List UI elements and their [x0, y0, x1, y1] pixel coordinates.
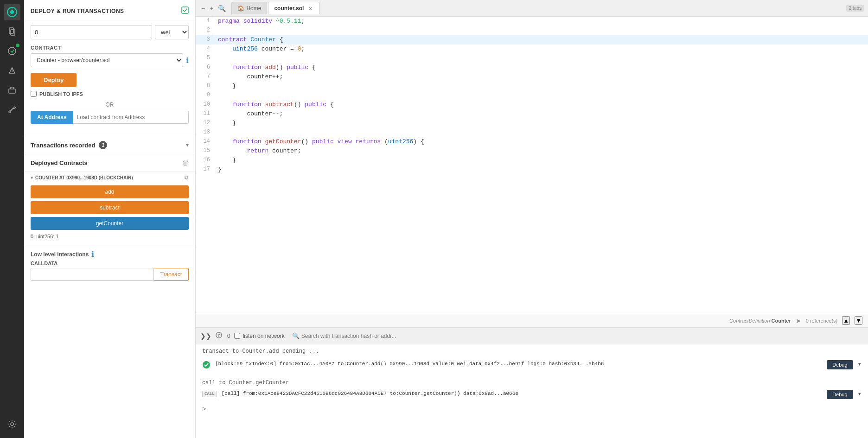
code-editor[interactable]: 1 pragma solidity ^0.5.11; 2 3 contract …	[196, 17, 868, 314]
code-line-6: 6 function add() public {	[196, 63, 868, 72]
contract-address-row: ▾ COUNTER AT 0X990...1908D (BLOCKCHAIN) …	[31, 174, 189, 181]
contract-label: CONTRACT	[31, 45, 189, 51]
tab-home[interactable]: 🏠 Home	[231, 2, 267, 14]
svg-point-4	[8, 47, 16, 55]
home-icon: 🏠	[237, 5, 244, 12]
contract-select[interactable]: Counter - browser/counter.sol	[31, 53, 183, 67]
transact-button[interactable]: Transact	[154, 268, 189, 281]
sidebar	[0, 0, 24, 438]
sidebar-icon-tools[interactable]	[4, 101, 20, 118]
calldata-input[interactable]	[31, 268, 154, 281]
get-counter-button[interactable]: getCounter	[31, 217, 189, 230]
calldata-row: Transact	[24, 268, 195, 287]
or-divider: OR	[31, 102, 189, 108]
status-up-arrow[interactable]: ▲	[842, 316, 850, 325]
console-search-input[interactable]	[301, 333, 422, 339]
code-line-3: 3 contract Counter {	[196, 35, 868, 44]
transactions-recorded-header[interactable]: Transactions recorded 3 ▾	[24, 136, 195, 154]
sidebar-icon-files[interactable]	[4, 23, 20, 40]
console-toolbar: ❯❯ 0 listen on network 🔍	[196, 328, 868, 344]
contract-info-icon[interactable]: ℹ	[186, 56, 189, 65]
console-success-icon	[202, 361, 211, 371]
sidebar-icon-settings[interactable]	[4, 416, 20, 432]
at-address-row: At Address	[31, 111, 189, 124]
code-line-17: 17 }	[196, 165, 868, 174]
contract-select-row: Counter - browser/counter.sol ℹ	[31, 53, 189, 67]
calldata-label: CALLDATA	[24, 260, 195, 268]
contract-address-text: COUNTER AT 0X990...1908D (BLOCKCHAIN)	[35, 175, 133, 180]
deploy-button[interactable]: Deploy	[31, 73, 77, 87]
wei-select[interactable]: wei gwei finney ether	[155, 25, 189, 39]
code-line-9: 9	[196, 91, 868, 100]
deployed-contracts-header[interactable]: Deployed Contracts 🗑	[24, 154, 195, 171]
console-call-row-1: CALL [call] from:0x1Ace9423DACFC22d4510B…	[202, 390, 862, 399]
value-row: wei gwei finney ether	[31, 25, 189, 39]
call-label-row: call to Counter.getCounter	[202, 378, 862, 390]
console-tx-row-1: [block:59 txIndex:0] from:0x1Ac...4A0E7 …	[202, 360, 862, 371]
tab-counter-sol[interactable]: counter.sol ✕	[268, 2, 319, 14]
copy-icon[interactable]: ⧉	[185, 174, 189, 181]
panel-title: DEPLOY & RUN TRANSACTIONS	[31, 8, 124, 14]
svg-rect-15	[182, 7, 188, 13]
console-tx-text-1: [block:59 txIndex:0] from:0x1Ac...4A0E7 …	[215, 360, 822, 368]
low-level-header: Low level interactions ℹ	[24, 245, 195, 260]
contract-collapse-arrow[interactable]: ▾	[31, 175, 33, 181]
return-value: 0: uint256: 1	[31, 233, 189, 242]
call-type-label: CALL	[202, 391, 217, 397]
console-clear-btn[interactable]	[215, 331, 223, 340]
subtract-button[interactable]: subtract	[31, 201, 189, 214]
search-icon-btn[interactable]: 🔍	[216, 4, 228, 13]
panel-header: DEPLOY & RUN TRANSACTIONS	[24, 0, 195, 20]
svg-rect-7	[9, 89, 15, 93]
publish-checkbox[interactable]	[31, 91, 37, 97]
deployed-contract-instance: ▾ COUNTER AT 0X990...1908D (BLOCKCHAIN) …	[24, 171, 195, 245]
low-level-title: Low level interactions	[31, 251, 89, 258]
tabs-count: 2 tabs	[846, 5, 864, 12]
listen-checkbox[interactable]	[234, 333, 240, 339]
svg-line-12	[10, 108, 13, 112]
zoom-in-btn[interactable]: +	[208, 4, 215, 13]
console-area: ❯❯ 0 listen on network 🔍 transact to Cou…	[196, 327, 868, 438]
tab-counter-label: counter.sol	[274, 5, 304, 12]
at-address-button[interactable]: At Address	[31, 111, 73, 124]
main-content: − + 🔍 🏠 Home counter.sol ✕ 2 tabs 1 prag…	[196, 0, 868, 438]
zoom-out-btn[interactable]: −	[199, 4, 207, 13]
debug-button-1[interactable]: Debug	[827, 360, 853, 369]
console-call-text-1: [call] from:0x1Ace9423DACFC22d4510B6dc02…	[222, 390, 823, 398]
code-line-16: 16 }	[196, 156, 868, 165]
console-search-icon: 🔍	[292, 332, 300, 339]
sidebar-icon-logo[interactable]	[4, 4, 20, 20]
listen-count: 0	[227, 333, 230, 339]
console-collapse-btn[interactable]: ❯❯	[200, 332, 211, 340]
section-header-left: Transactions recorded 3	[31, 141, 107, 149]
sidebar-icon-plugin[interactable]	[4, 82, 20, 98]
sidebar-icon-compile[interactable]	[4, 43, 20, 59]
code-line-11: 11 counter--;	[196, 109, 868, 119]
add-button[interactable]: add	[31, 185, 189, 198]
at-address-input[interactable]	[73, 111, 189, 124]
code-line-12: 12 }	[196, 119, 868, 128]
sidebar-icon-deploy[interactable]	[4, 62, 20, 79]
code-line-5: 5	[196, 54, 868, 63]
code-line-8: 8 }	[196, 82, 868, 91]
status-bar: ContractDefinition Counter ➤ 0 reference…	[196, 314, 868, 327]
low-level-info-icon[interactable]: ℹ	[91, 250, 94, 259]
value-section: wei gwei finney ether CONTRACT Counter -…	[24, 20, 195, 136]
trash-icon[interactable]: 🗑	[182, 159, 189, 166]
debug-button-call-1[interactable]: Debug	[827, 390, 853, 399]
deployed-header-left: Deployed Contracts	[31, 159, 88, 166]
debug-arrow-call-1[interactable]: ▾	[858, 390, 862, 398]
svg-point-14	[11, 423, 13, 425]
value-input[interactable]	[31, 25, 152, 39]
arrow-icon: ➤	[796, 317, 801, 324]
status-down-arrow[interactable]: ▼	[855, 316, 862, 325]
console-search: 🔍	[292, 332, 422, 339]
publish-label: PUBLISH TO IPFS	[39, 91, 83, 97]
listen-label: listen on network	[243, 333, 285, 339]
code-line-2: 2	[196, 26, 868, 35]
code-line-15: 15 return counter;	[196, 146, 868, 156]
code-line-1: 1 pragma solidity ^0.5.11;	[196, 17, 868, 26]
debug-arrow-1[interactable]: ▾	[858, 360, 862, 368]
transactions-collapse-arrow[interactable]: ▾	[186, 142, 189, 148]
tab-close-button[interactable]: ✕	[307, 6, 313, 12]
